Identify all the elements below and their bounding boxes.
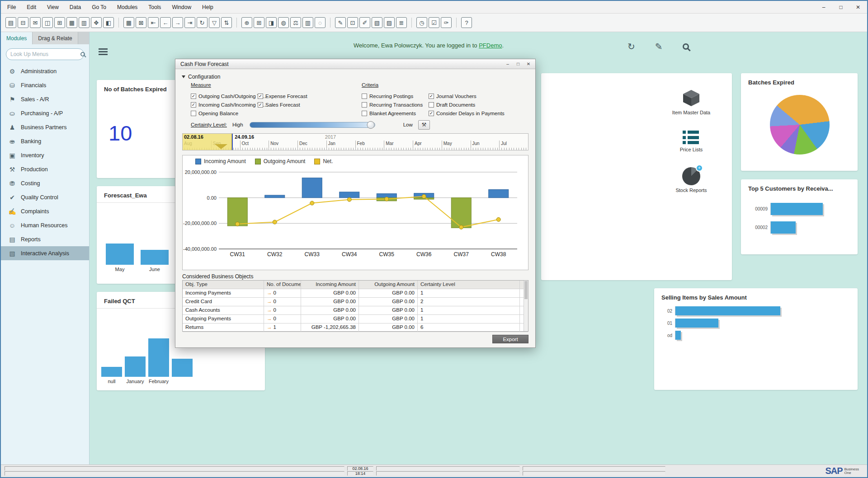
table-row[interactable]: Outgoing Payments→0GBP 0.00GBP 0.001 — [183, 315, 528, 323]
checkbox-box[interactable]: ✓ — [429, 94, 434, 99]
pencil-edit-icon[interactable]: ✎ — [335, 17, 346, 28]
dialog-maximize-button[interactable]: □ — [515, 61, 521, 66]
find-icon[interactable]: ◌ — [315, 17, 326, 28]
print-preview-icon[interactable]: ◫ — [42, 17, 53, 28]
payment-means-icon[interactable]: ◨ — [266, 17, 277, 28]
column-header-no-of-document[interactable]: No. of Document — [264, 281, 301, 289]
gallery-item-stock-reports[interactable]: + Stock Reports — [670, 167, 713, 193]
cell-no-of-document[interactable]: →0 — [264, 315, 301, 323]
checkbox-box[interactable]: ✓ — [191, 102, 196, 108]
hamburger-menu-icon[interactable] — [99, 48, 108, 55]
measure-label[interactable]: Measure — [191, 82, 211, 88]
gross-price-icon[interactable]: ◍ — [278, 17, 289, 28]
email-icon[interactable]: ✉ — [30, 17, 41, 28]
link-arrow-icon[interactable]: → — [267, 299, 272, 304]
sidebar-item-administration[interactable]: ⚙Administration — [1, 64, 89, 78]
export-file-icon[interactable]: ⊠ — [136, 17, 146, 28]
add-row-icon[interactable]: ⊞ — [254, 17, 264, 28]
pfdemo-link[interactable]: PFDemo — [479, 42, 502, 49]
checkbox-box[interactable]: ✓ — [258, 102, 263, 108]
link-arrow-icon[interactable]: → — [267, 324, 272, 330]
help-icon[interactable]: ? — [461, 17, 472, 28]
sidebar-item-business-partners[interactable]: ♟Business Partners — [1, 120, 89, 134]
table-row[interactable]: Credit Card→0GBP 0.00GBP 0.002 — [183, 298, 528, 306]
menu-file[interactable]: File — [7, 4, 16, 10]
sidebar-item-reports[interactable]: ▤Reports — [1, 232, 89, 246]
table-row[interactable]: Returns→1GBP -1,202,665.38GBP 0.006 — [183, 323, 528, 332]
checkbox-expense-forecast[interactable]: ✓Expense Forecast — [258, 92, 307, 100]
sidebar-item-interactive-analysis[interactable]: ▧Interactive Analysis — [1, 246, 89, 260]
table-row[interactable]: Incoming Payments→0GBP 0.00GBP 0.001 — [183, 289, 528, 298]
column-header-incoming-amount[interactable]: Incoming Amount — [301, 281, 359, 289]
link-arrow-icon[interactable]: → — [267, 316, 272, 321]
form-settings-icon[interactable]: ⊡ — [347, 17, 358, 28]
lookup-menus-field[interactable] — [6, 48, 84, 60]
menu-tools[interactable]: Tools — [148, 4, 161, 10]
checkbox-box[interactable]: ✓ — [258, 94, 263, 99]
checkbox-box[interactable]: ✓ — [191, 94, 196, 99]
checkbox-outgoing-cash-outgoing-tr[interactable]: ✓Outgoing Cash/Outgoing Tr... — [191, 92, 266, 100]
checkbox-box[interactable]: ✓ — [429, 111, 434, 116]
checkbox-box[interactable] — [362, 94, 367, 99]
cell-no-of-document[interactable]: →1 — [264, 323, 301, 332]
certainty-level-label[interactable]: Certainty Level: — [191, 122, 229, 127]
sidebar-item-banking[interactable]: ⛂Banking — [1, 134, 89, 148]
checkbox-blanket-agreements[interactable]: Blanket Agreements — [362, 109, 423, 117]
table-row[interactable]: Cash Accounts→0GBP 0.00GBP 0.001 — [183, 306, 528, 315]
refresh-record-icon[interactable]: ↻ — [197, 17, 208, 28]
certainty-settings-button[interactable]: ⚒ — [418, 120, 430, 130]
first-record-icon[interactable]: ⇤ — [148, 17, 159, 28]
volume-weight-icon[interactable]: ⚖ — [290, 17, 301, 28]
certainty-slider[interactable] — [250, 122, 375, 128]
sidebar-item-quality-control[interactable]: ✔Quality Control — [1, 190, 89, 204]
checkbox-recurring-transactions[interactable]: Recurring Transactions — [362, 100, 423, 109]
cell-no-of-document[interactable]: →0 — [264, 289, 301, 297]
gallery-item-item-master-data[interactable]: Item Master Data — [670, 89, 713, 116]
window-minimize-button[interactable]: – — [818, 4, 829, 10]
sidebar-item-human-resources[interactable]: ☺Human Resources — [1, 218, 89, 232]
tab-drag-and-relate[interactable]: Drag & Relate — [33, 32, 78, 44]
document-editing-icon[interactable]: ✐ — [359, 17, 370, 28]
menu-view[interactable]: View — [47, 4, 59, 10]
timeline-ruler[interactable]: AugSepOctNovDecJanFebMarAprMayJunJul — [183, 141, 528, 150]
link-arrow-icon[interactable]: → — [267, 290, 272, 295]
sidebar-item-financials[interactable]: ⛁Financials — [1, 78, 89, 92]
sort-table-icon[interactable]: ⇅ — [221, 17, 232, 28]
menu-modules[interactable]: Modules — [117, 4, 137, 10]
checkbox-box[interactable] — [362, 102, 367, 108]
column-header-obj-type[interactable]: Obj. Type — [183, 281, 264, 289]
schedule-icon[interactable]: ◷ — [416, 17, 427, 28]
checkbox-box[interactable] — [362, 111, 367, 116]
table-scrollbar[interactable] — [524, 281, 528, 331]
window-maximize-button[interactable]: □ — [835, 4, 846, 10]
menu-edit[interactable]: Edit — [27, 4, 36, 10]
export-excel-icon[interactable]: ▦ — [66, 17, 77, 28]
checkbox-box[interactable] — [191, 111, 196, 116]
link-docs-icon[interactable]: ⊕ — [241, 17, 252, 28]
dialog-title-bar[interactable]: Cash Flow Forecast – □ ✕ — [175, 59, 535, 69]
checkbox-consider-delays-in-payments[interactable]: ✓Consider Delays in Payments — [429, 109, 505, 117]
gallery-item-price-lists[interactable]: Price Lists — [670, 130, 713, 153]
lookup-menus-input[interactable] — [10, 51, 80, 57]
menu-go-to[interactable]: Go To — [92, 4, 106, 10]
link-arrow-icon[interactable]: → — [267, 307, 272, 313]
checkbox-box[interactable] — [429, 102, 434, 108]
tab-modules[interactable]: Modules — [1, 32, 33, 44]
criteria-label[interactable]: Criteria — [362, 82, 378, 88]
menu-data[interactable]: Data — [70, 4, 81, 10]
checkbox-recurring-postings[interactable]: Recurring Postings — [362, 92, 423, 100]
search-icon[interactable] — [683, 43, 689, 50]
timeline-marker-line[interactable] — [232, 134, 233, 150]
last-record-icon[interactable]: ⇥ — [184, 17, 195, 28]
cell-no-of-document[interactable]: →0 — [264, 306, 301, 314]
previous-record-icon[interactable]: ← — [160, 17, 171, 28]
filter-icon[interactable]: ▽ — [209, 17, 220, 28]
sidebar-item-purchasing-a-p[interactable]: ⛀Purchasing - A/P — [1, 106, 89, 120]
configuration-section-toggle[interactable]: Configuration — [182, 74, 220, 80]
sidebar-item-inventory[interactable]: ▣Inventory — [1, 148, 89, 162]
window-close-button[interactable]: ✕ — [853, 4, 863, 10]
edit-pencil-icon[interactable]: ✎ — [655, 41, 663, 52]
checkbox-draft-documents[interactable]: Draft Documents — [429, 100, 505, 109]
timeline-drag-handle[interactable] — [215, 144, 227, 149]
timeline-control[interactable]: 02.08.16 24.09.16 2017 AugSepOctNovDecJa… — [182, 133, 528, 150]
